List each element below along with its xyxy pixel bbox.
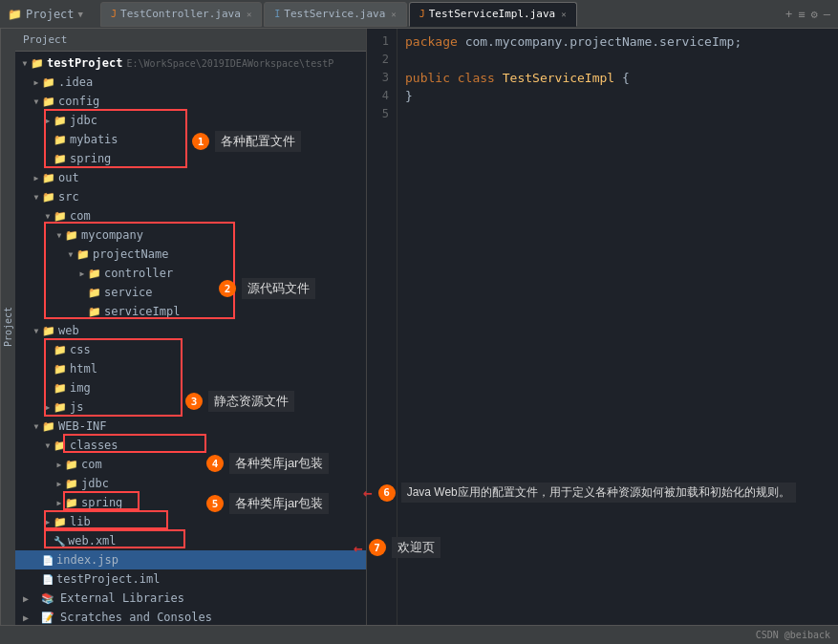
- webinf-arrow: ▼: [31, 422, 42, 431]
- tree-controller[interactable]: ▶ 📁 controller: [15, 264, 366, 283]
- js-folder-icon: 📁: [54, 401, 67, 414]
- iml-icon: 📄: [42, 574, 54, 585]
- line-numbers: 1 2 3 4 5: [367, 29, 398, 625]
- tree-root[interactable]: ▼ 📁 testProject E:\WorkSpace\2019IDEAWor…: [15, 54, 366, 73]
- menu-icon[interactable]: ≡: [798, 8, 805, 21]
- tree-src[interactable]: ▼ 📁 src: [15, 187, 366, 206]
- tree-iml[interactable]: ▶ 📄 testProject.iml: [15, 569, 366, 589]
- spring-config-label: spring: [70, 152, 111, 165]
- settings-icon[interactable]: ⚙: [811, 8, 818, 21]
- main-container: Project Project ▼ 📁 testProject E:\WorkS…: [0, 29, 838, 625]
- spring-config-icon: 📁: [54, 153, 67, 165]
- tree-classes-spring[interactable]: ▶ 📁 spring: [15, 493, 366, 512]
- tab-serviceimpl-label: TestServiceImpl.java: [429, 8, 555, 20]
- toolbar-icons: + ≡ ⚙ —: [785, 8, 830, 21]
- tree-mycompany[interactable]: ▼ 📁 mycompany: [15, 225, 366, 245]
- web-label: web: [58, 324, 79, 337]
- dropdown-icon: ▼: [78, 10, 83, 19]
- tab-serviceimpl[interactable]: J TestServiceImpl.java ✕: [409, 2, 577, 27]
- tree-com[interactable]: ▼ 📁 com: [15, 206, 366, 225]
- code-area: 1 2 3 4 5 package com.mycompany.projectN…: [367, 29, 838, 625]
- serviceimpl-icon: J: [419, 9, 425, 19]
- minimize-icon[interactable]: —: [824, 8, 830, 21]
- scratches-label: Scratches and Consoles: [60, 611, 212, 624]
- controller-arrow: ▶: [76, 269, 88, 278]
- tree-serviceimpl-folder[interactable]: ▶ 📁 serviceImpl: [15, 302, 366, 321]
- code-line-5: [405, 105, 830, 123]
- webxml-label: web.xml: [68, 534, 117, 547]
- projectname-label: projectName: [93, 247, 168, 261]
- webinf-label: WEB-INF: [58, 419, 107, 433]
- src-folder-icon: 📁: [42, 191, 55, 204]
- classes-jdbc-icon: 📁: [65, 478, 78, 490]
- tree-spring-config[interactable]: ▶ 📁 spring: [15, 149, 366, 168]
- com-label: com: [70, 209, 91, 223]
- config-arrow: ▼: [31, 97, 42, 106]
- mybatis-label: mybatis: [70, 133, 118, 146]
- keyword-class: class: [458, 71, 503, 85]
- code-line-1: package com.mycompany.projectName.servic…: [405, 32, 830, 51]
- lib-folder-icon: 📁: [54, 516, 67, 528]
- tab-serviceimpl-close-icon[interactable]: ✕: [561, 10, 566, 19]
- tree-out[interactable]: ▶ 📁 out: [15, 168, 366, 187]
- idea-arrow: ▶: [31, 78, 42, 87]
- mybatis-folder-icon: 📁: [54, 134, 67, 146]
- external-libraries[interactable]: ▶ 📚 External Libraries: [15, 589, 366, 608]
- close-brace: }: [405, 89, 413, 103]
- classes-spring-icon: 📁: [65, 497, 78, 509]
- tab-service-close-icon[interactable]: ✕: [391, 10, 396, 19]
- tree-service[interactable]: ▶ 📁 service: [15, 283, 366, 302]
- classes-com-label: com: [81, 458, 102, 471]
- java-icon: J: [111, 9, 117, 19]
- tree-webinf[interactable]: ▼ 📁 WEB-INF: [15, 417, 366, 436]
- service-folder-icon: 📁: [88, 287, 101, 299]
- tree-web[interactable]: ▼ 📁 web: [15, 321, 366, 340]
- classes-spring-arrow: ▶: [54, 499, 65, 507]
- service-icon: I: [274, 9, 280, 19]
- css-label: css: [70, 343, 91, 356]
- tree-config[interactable]: ▼ 📁 config: [15, 92, 366, 111]
- tree-lib[interactable]: ▶ 📁 lib: [15, 512, 366, 531]
- open-brace: {: [622, 71, 630, 85]
- tree-img[interactable]: ▶ 📁 img: [15, 378, 366, 397]
- iml-label: testProject.iml: [56, 572, 160, 586]
- jdbc-arrow: ▶: [42, 117, 54, 125]
- classes-jdbc-arrow: ▶: [54, 480, 65, 488]
- tree-idea[interactable]: ▶ 📁 .idea: [15, 73, 366, 92]
- css-folder-icon: 📁: [54, 344, 67, 356]
- serviceimpl-folder-label: serviceImpl: [104, 305, 180, 318]
- tree-indexjsp[interactable]: ▶ 📄 index.jsp: [15, 550, 366, 569]
- tab-service[interactable]: I TestService.java ✕: [264, 2, 406, 27]
- tree-classes-com[interactable]: ▶ 📁 com: [15, 455, 366, 474]
- webinf-folder-icon: 📁: [42, 420, 55, 433]
- project-menu[interactable]: 📁 Project ▼: [8, 8, 83, 21]
- webxml-icon: 🔧: [54, 536, 65, 547]
- code-content[interactable]: package com.mycompany.projectName.servic…: [398, 29, 838, 625]
- out-label: out: [58, 171, 79, 184]
- line-num-2: 2: [367, 51, 389, 69]
- tree-webxml[interactable]: ▶ 🔧 web.xml: [15, 531, 366, 550]
- root-arrow: ▼: [19, 59, 31, 68]
- src-arrow: ▼: [31, 193, 42, 202]
- jdbc-folder-icon: 📁: [54, 115, 67, 127]
- tab-close-icon[interactable]: ✕: [247, 10, 251, 19]
- tree-css[interactable]: ▶ 📁 css: [15, 340, 366, 359]
- tree-classes-jdbc[interactable]: ▶ 📁 jdbc: [15, 474, 366, 493]
- tab-controller[interactable]: J TestController.java ✕: [100, 2, 262, 27]
- tree-classes[interactable]: ▼ 📁 classes: [15, 436, 366, 455]
- img-folder-icon: 📁: [54, 382, 67, 395]
- tree-html[interactable]: ▶ 📁 html: [15, 359, 366, 378]
- tab-service-label: TestService.java: [284, 8, 385, 20]
- tree-projectname[interactable]: ▼ 📁 projectName: [15, 245, 366, 264]
- mycompany-arrow: ▼: [54, 231, 65, 240]
- scratches[interactable]: ▶ 📝 Scratches and Consoles: [15, 608, 366, 625]
- classes-arrow: ▼: [42, 441, 54, 450]
- out-arrow: ▶: [31, 174, 42, 182]
- tree-js[interactable]: ▶ 📁 js: [15, 397, 366, 417]
- add-icon[interactable]: +: [785, 8, 792, 21]
- config-folder-icon: 📁: [42, 96, 55, 108]
- tree-mybatis[interactable]: ▶ 📁 mybatis: [15, 130, 366, 149]
- project-header-label: Project: [23, 33, 67, 46]
- side-panel-label[interactable]: Project: [0, 29, 15, 625]
- tree-jdbc[interactable]: ▶ 📁 jdbc: [15, 111, 366, 130]
